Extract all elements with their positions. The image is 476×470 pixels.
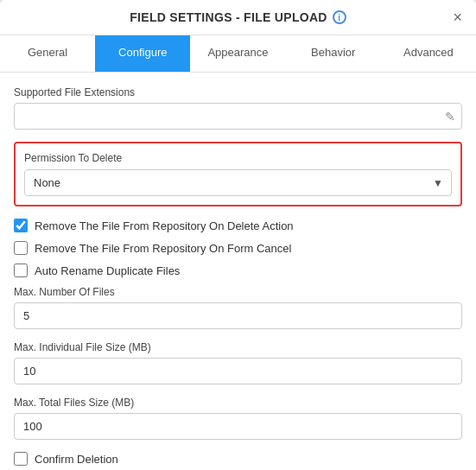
tab-behavior[interactable]: Behavior bbox=[286, 35, 381, 72]
checkbox-auto-rename: Auto Rename Duplicate Files bbox=[14, 264, 462, 277]
tab-appearance[interactable]: Appearance bbox=[190, 35, 285, 72]
max-total-size-input[interactable] bbox=[14, 413, 462, 440]
max-total-size-label: Max. Total Files Size (MB) bbox=[14, 397, 462, 409]
checkbox-remove-delete-input[interactable] bbox=[14, 219, 28, 232]
close-button[interactable]: × bbox=[453, 10, 462, 25]
modal-body: Supported File Extensions ✎ Permission T… bbox=[0, 73, 476, 470]
checkbox-remove-cancel-label: Remove The File From Repository On Form … bbox=[35, 242, 291, 255]
supported-extensions-group: Supported File Extensions ✎ bbox=[14, 86, 462, 130]
checkbox-auto-rename-input[interactable] bbox=[14, 264, 28, 277]
tab-general[interactable]: General bbox=[0, 35, 95, 72]
tab-advanced[interactable]: Advanced bbox=[381, 35, 476, 72]
permission-to-delete-label: Permission To Delete bbox=[24, 152, 452, 164]
confirm-deletion-label: Confirm Deletion bbox=[35, 453, 118, 466]
tab-configure[interactable]: Configure bbox=[95, 35, 190, 72]
confirm-deletion-group: Confirm Deletion bbox=[14, 452, 462, 466]
checkbox-remove-delete-label: Remove The File From Repository On Delet… bbox=[35, 219, 294, 232]
permission-to-delete-select[interactable]: None Admin User All bbox=[24, 169, 452, 196]
checkbox-remove-cancel: Remove The File From Repository On Form … bbox=[14, 241, 462, 255]
checkbox-remove-delete: Remove The File From Repository On Delet… bbox=[14, 219, 462, 232]
confirm-deletion-input[interactable] bbox=[14, 452, 28, 466]
supported-extensions-label: Supported File Extensions bbox=[14, 86, 462, 98]
max-file-size-group: Max. Individual File Size (MB) bbox=[14, 341, 462, 384]
permission-select-wrapper: None Admin User All ▼ bbox=[24, 169, 452, 196]
max-files-group: Max. Number Of Files bbox=[14, 286, 462, 329]
modal-header: FIELD SETTINGS - FILE UPLOAD i × bbox=[0, 0, 476, 35]
supported-extensions-input-wrapper: ✎ bbox=[14, 103, 462, 130]
supported-extensions-input[interactable] bbox=[14, 103, 462, 130]
info-icon[interactable]: i bbox=[333, 10, 346, 24]
permission-to-delete-group: Permission To Delete None Admin User All… bbox=[14, 142, 462, 206]
edit-icon[interactable]: ✎ bbox=[445, 110, 455, 124]
max-total-size-group: Max. Total Files Size (MB) bbox=[14, 397, 462, 440]
tab-bar: General Configure Appearance Behavior Ad… bbox=[0, 35, 476, 73]
modal-title: FIELD SETTINGS - FILE UPLOAD bbox=[130, 10, 327, 24]
max-files-input[interactable] bbox=[14, 302, 462, 329]
max-file-size-label: Max. Individual File Size (MB) bbox=[14, 341, 462, 353]
checkbox-auto-rename-label: Auto Rename Duplicate Files bbox=[35, 264, 180, 277]
checkbox-remove-cancel-input[interactable] bbox=[14, 241, 28, 255]
max-file-size-input[interactable] bbox=[14, 358, 462, 384]
max-files-label: Max. Number Of Files bbox=[14, 286, 462, 298]
